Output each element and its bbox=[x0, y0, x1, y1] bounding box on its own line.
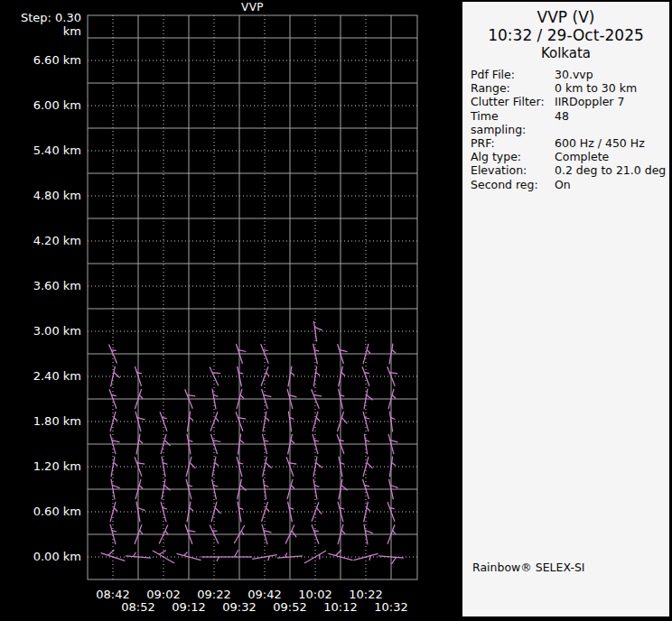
wind-barb-feather bbox=[114, 373, 120, 378]
metadata-label: Elevation: bbox=[471, 163, 555, 177]
wind-barb-staff bbox=[110, 502, 116, 522]
wind-barb-feather bbox=[139, 486, 143, 489]
y-axis-tick-label: 4.80 km bbox=[0, 189, 81, 203]
wind-barb-staff bbox=[363, 412, 369, 431]
wind-barb-feather bbox=[392, 462, 396, 465]
wind-barb-staff bbox=[160, 412, 167, 431]
wind-barb-feather bbox=[139, 395, 143, 399]
wind-barb-feather bbox=[341, 418, 347, 424]
wind-barb-staff bbox=[210, 412, 218, 431]
wind-barb-feather bbox=[133, 552, 135, 557]
metadata-value: 48 bbox=[555, 109, 569, 136]
y-axis-tick-label: 4.20 km bbox=[0, 234, 81, 248]
wind-barb-feather bbox=[190, 463, 195, 468]
y-axis-tick-label: 1.80 km bbox=[0, 414, 81, 429]
wind-barb-feather bbox=[111, 350, 116, 351]
wind-barb-feather bbox=[391, 557, 396, 563]
wind-barb-feather bbox=[316, 372, 320, 375]
wind-barb-staff bbox=[161, 502, 166, 522]
wind-barb-staff bbox=[110, 412, 116, 431]
wind-barb-feather bbox=[266, 417, 269, 421]
wind-barb-staff bbox=[312, 502, 319, 522]
info-panel-body: VVP (V) 10:32 / 29-Oct-2025 Kolkata Pdf … bbox=[462, 2, 669, 616]
wind-barb-feather bbox=[240, 440, 244, 442]
metadata-value: On bbox=[555, 178, 571, 191]
metadata-value: 0 km to 30 km bbox=[555, 81, 637, 95]
wind-barb-feather bbox=[266, 373, 270, 376]
wind-barb-feather bbox=[291, 486, 294, 489]
info-panel: VVP (V) 10:32 / 29-Oct-2025 Kolkata Pdf … bbox=[462, 0, 672, 621]
metadata-row: PRF:600 Hz / 450 Hz bbox=[471, 136, 669, 150]
wind-barb-feather bbox=[392, 395, 396, 399]
wind-barb-feather bbox=[367, 508, 370, 512]
metadata-label: PRF: bbox=[471, 136, 555, 150]
metadata-label: Pdf File: bbox=[471, 68, 555, 81]
wind-barb-feather bbox=[216, 418, 219, 422]
wind-barb-staff bbox=[252, 555, 277, 560]
wind-barb-staff bbox=[211, 502, 217, 522]
metadata-label: Second reg: bbox=[471, 178, 555, 191]
wind-profile-plot-region: VVP Step: 0.30 km 6.60 km6.00 km5.40 km4… bbox=[0, 0, 462, 621]
wind-barb-feather bbox=[314, 327, 322, 329]
metadata-value: 0.2 deg to 21.0 deg bbox=[555, 163, 666, 177]
x-axis-tick-label: 08:52 bbox=[121, 600, 154, 614]
x-axis-tick-label: 09:22 bbox=[197, 588, 230, 601]
wind-barb-feather bbox=[112, 485, 119, 487]
wind-barb-feather bbox=[367, 350, 370, 354]
metadata-row: Time sampling:48 bbox=[471, 109, 669, 136]
y-axis-tick-label: 3.60 km bbox=[0, 279, 81, 293]
x-axis-tick-label: 10:02 bbox=[298, 588, 331, 601]
metadata-row: Elevation:0.2 deg to 21.0 deg bbox=[471, 163, 669, 177]
product-datetime: 10:32 / 29-Oct-2025 bbox=[462, 26, 669, 44]
wind-barb-feather bbox=[108, 550, 115, 555]
vvp-product-window: VVP Step: 0.30 km 6.60 km6.00 km5.40 km4… bbox=[0, 0, 672, 621]
wind-barb-feather bbox=[313, 395, 322, 396]
x-axis-tick-label: 09:12 bbox=[172, 600, 205, 614]
wind-barb-feather bbox=[212, 373, 220, 374]
metadata-label: Clutter Filter: bbox=[471, 95, 555, 108]
brand-footer: Rainbow® SELEX-SI bbox=[472, 561, 585, 574]
wind-barb-feather bbox=[114, 508, 117, 512]
metadata-value: IIRDoppler 7 bbox=[555, 95, 624, 108]
wind-barb-feather bbox=[291, 372, 294, 375]
wind-barb-feather bbox=[263, 350, 267, 351]
metadata-value: 600 Hz / 450 Hz bbox=[555, 136, 645, 150]
metadata-label: Range: bbox=[471, 81, 555, 95]
y-axis-tick-label: 6.00 km bbox=[0, 98, 81, 113]
y-axis-tick-label: 3.00 km bbox=[0, 324, 81, 338]
wind-barb-feather bbox=[215, 508, 220, 514]
y-axis-tick-label: 1.20 km bbox=[0, 459, 81, 474]
wind-barb-staff bbox=[261, 502, 267, 522]
metadata-row: Clutter Filter:IIRDoppler 7 bbox=[471, 95, 669, 108]
x-axis-tick-label: 09:52 bbox=[273, 600, 306, 614]
x-axis-tick-label: 09:02 bbox=[146, 588, 180, 601]
wind-barb-feather bbox=[184, 552, 188, 556]
wind-barb-feather bbox=[291, 440, 294, 444]
wind-barb-feather bbox=[393, 531, 397, 534]
wind-barb-feather bbox=[240, 395, 244, 399]
y-axis-tick-label: 2.40 km bbox=[0, 369, 81, 384]
wind-barb-staff bbox=[313, 412, 318, 431]
wind-barb-feather bbox=[190, 507, 193, 511]
metadata-value: Complete bbox=[555, 150, 609, 163]
wind-barb-staff bbox=[364, 502, 369, 522]
metadata-label: Time sampling: bbox=[471, 109, 555, 136]
wind-barb-feather bbox=[316, 418, 320, 422]
wind-barb-feather bbox=[114, 418, 117, 422]
wind-barb-feather bbox=[266, 508, 269, 512]
wind-barb-feather bbox=[341, 531, 345, 534]
metadata-row: Second reg:On bbox=[471, 178, 669, 191]
wind-barb-feather bbox=[234, 550, 238, 557]
wind-barb-feather bbox=[190, 417, 193, 420]
y-axis-tick-label: 0.60 km bbox=[0, 505, 81, 519]
wind-barb-feather bbox=[264, 395, 272, 397]
x-axis-tick-label: 08:42 bbox=[96, 588, 129, 601]
x-axis-tick-label: 09:32 bbox=[222, 600, 256, 614]
metadata-row: Pdf File:30.vvp bbox=[471, 68, 669, 81]
wind-barb-feather bbox=[392, 349, 396, 353]
metadata-value: 30.vvp bbox=[555, 68, 593, 81]
wind-barb-staff bbox=[263, 412, 266, 432]
x-axis-tick-label: 10:12 bbox=[323, 600, 357, 614]
metadata-list: Pdf File:30.vvpRange:0 km to 30 kmClutte… bbox=[462, 61, 669, 191]
wind-barb-staff bbox=[353, 553, 378, 560]
